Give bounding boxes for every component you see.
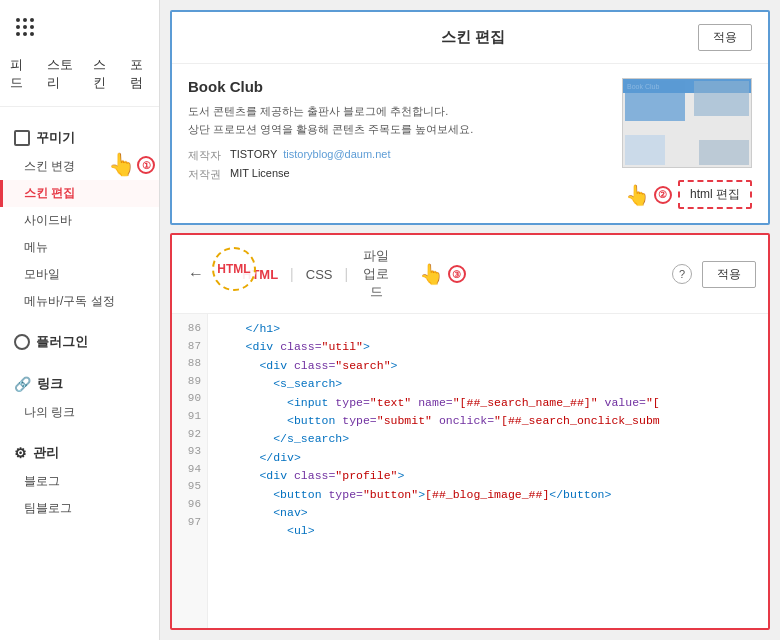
editor-tabs: HTML HTML | CSS | 파일업로드 <box>218 243 405 305</box>
nav-forum[interactable]: 포럼 <box>130 54 149 94</box>
top-nav: 피드 스토리 스킨 포럼 <box>0 54 159 107</box>
circle-icon <box>14 334 30 350</box>
nav-story[interactable]: 스토리 <box>47 54 75 94</box>
badge-2: ② <box>654 186 672 204</box>
author-email[interactable]: tistoryblog@daum.net <box>283 148 390 163</box>
sidebar-item-menu[interactable]: 메뉴 <box>0 234 159 261</box>
tab-css[interactable]: CSS <box>294 263 345 286</box>
nav-feed[interactable]: 피드 <box>10 54 29 94</box>
editor-help-button[interactable]: ? <box>672 264 692 284</box>
sidebar-item-mobile[interactable]: 모바일 <box>0 261 159 288</box>
annotation-1: 👆 ① <box>108 152 155 178</box>
sidebar-item-my-link[interactable]: 나의 링크 <box>0 399 159 426</box>
code-line-95: <button type="button">[##_blog_image_##]… <box>218 486 758 504</box>
code-line-94: <div class="profile"> <box>218 467 758 485</box>
plugin-section-title: 플러그인 <box>0 329 159 357</box>
code-line-92: </s_search> <box>218 430 758 448</box>
line-numbers: 86 87 88 89 90 91 92 93 94 95 96 97 <box>172 314 208 628</box>
skin-panel-header: 스킨 편집 적용 <box>172 12 768 64</box>
skin-meta: 제작자 TISTORY tistoryblog@daum.net 저작권 MIT… <box>188 148 606 182</box>
code-line-91: <button type="submit" onclick="[##_searc… <box>218 412 758 430</box>
html-edit-button[interactable]: html 편집 <box>678 180 752 209</box>
plugin-section: 플러그인 <box>0 319 159 361</box>
code-area[interactable]: 86 87 88 89 90 91 92 93 94 95 96 97 </h1… <box>172 314 768 628</box>
nav-skin[interactable]: 스킨 <box>93 54 112 94</box>
annotation-3-area: 👆 ③ <box>419 262 466 286</box>
skin-description: 도서 콘텐츠를 제공하는 출판사 블로그에 추천합니다. 상단 프로모션 영역을… <box>188 103 606 138</box>
tab-fileupload[interactable]: 파일업로드 <box>348 243 404 305</box>
code-content[interactable]: </h1> <div class="util"> <div class="sea… <box>208 314 768 628</box>
editor-back-button[interactable]: ← <box>184 265 208 283</box>
sidebar-item-sidebar[interactable]: 사이드바 <box>0 207 159 234</box>
code-line-88: <div class="search"> <box>218 357 758 375</box>
skin-name: Book Club <box>188 78 606 95</box>
logo-area <box>0 0 159 54</box>
code-line-93: </div> <box>218 449 758 467</box>
code-line-86: </h1> <box>218 320 758 338</box>
skin-panel-title: 스킨 편집 <box>248 28 698 47</box>
admin-section-title: ⚙ 관리 <box>0 440 159 468</box>
logo-icon <box>16 18 34 36</box>
skin-info: Book Club 도서 콘텐츠를 제공하는 출판사 블로그에 추천합니다. 상… <box>188 78 606 209</box>
link-section-title: 🔗 링크 <box>0 371 159 399</box>
skin-panel: 스킨 편집 적용 Book Club 도서 콘텐츠를 제공하는 출판사 블로그에… <box>170 10 770 225</box>
editor-toolbar: ← HTML HTML | CSS | 파일업로드 👆 ③ ? <box>172 235 768 314</box>
editor-apply-button[interactable]: 적용 <box>702 261 756 288</box>
sidebar-item-team-blog[interactable]: 팀블로그 <box>0 495 159 522</box>
license-value: MIT License <box>230 167 290 182</box>
editor-panel: ← HTML HTML | CSS | 파일업로드 👆 ③ ? <box>170 233 770 630</box>
decoration-section-title: 꾸미기 <box>0 125 159 153</box>
sidebar: 피드 스토리 스킨 포럼 꾸미기 스킨 변경 스킨 편집 사이드바 메뉴 모바일… <box>0 0 160 640</box>
sidebar-item-menu-subscribe[interactable]: 메뉴바/구독 설정 <box>0 288 159 315</box>
skin-apply-button[interactable]: 적용 <box>698 24 752 51</box>
square-icon <box>14 130 30 146</box>
admin-section: ⚙ 관리 블로그 팀블로그 <box>0 430 159 526</box>
author-value: TISTORY <box>230 148 277 163</box>
sidebar-item-skin-edit[interactable]: 스킨 편집 <box>0 180 159 207</box>
skin-preview-image: Book Club <box>622 78 752 168</box>
skin-preview: Book Club 👆 ② html 편집 <box>622 78 752 209</box>
code-line-89: <s_search> <box>218 375 758 393</box>
html-tab-badge: HTML <box>217 262 250 276</box>
skin-panel-body: Book Club 도서 콘텐츠를 제공하는 출판사 블로그에 추천합니다. 상… <box>172 64 768 223</box>
author-label: 제작자 <box>188 148 224 163</box>
code-line-87: <div class="util"> <box>218 338 758 356</box>
code-line-97: <ul> <box>218 522 758 540</box>
code-line-90: <input type="text" name="[##_search_name… <box>218 394 758 412</box>
badge-1: ① <box>137 156 155 174</box>
link-section: 🔗 링크 나의 링크 <box>0 361 159 430</box>
decoration-section: 꾸미기 스킨 변경 스킨 편집 사이드바 메뉴 모바일 메뉴바/구독 설정 <box>0 115 159 319</box>
main-content: 스킨 편집 적용 Book Club 도서 콘텐츠를 제공하는 출판사 블로그에… <box>160 0 780 640</box>
code-line-96: <nav> <box>218 504 758 522</box>
link-icon: 🔗 <box>14 376 31 392</box>
badge-3: ③ <box>448 265 466 283</box>
license-label: 저작권 <box>188 167 224 182</box>
gear-icon: ⚙ <box>14 446 27 460</box>
sidebar-item-blog[interactable]: 블로그 <box>0 468 159 495</box>
